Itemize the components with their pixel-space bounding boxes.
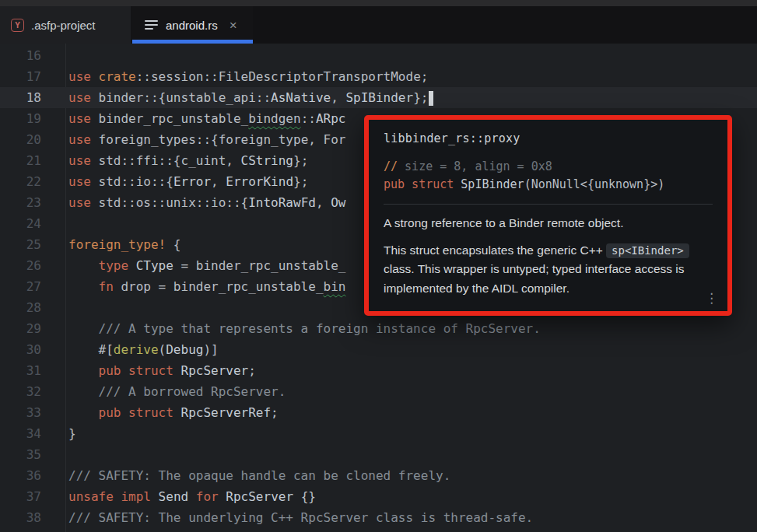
code-token: RpcServer [226, 489, 293, 504]
code-token [454, 177, 461, 191]
code-line-32[interactable]: 32 /// A borrowed RpcServer. [0, 381, 757, 402]
window-titlebar [0, 0, 757, 6]
text-cursor [429, 91, 433, 106]
code-token: CType [136, 258, 173, 273]
code-line-36[interactable]: 36/// SAFETY: The opaque handle can be c… [0, 465, 757, 486]
line-content: /// SAFETY: The opaque handle can be clo… [65, 465, 450, 486]
code-token: /// A borrowed RpcServer. [68, 384, 286, 399]
tab-bar: Y .asfp-project android.rs × [0, 6, 757, 44]
code-token: SpIBinder [461, 177, 524, 191]
code-line-18[interactable]: 18use binder::{unstable_api::AsNative, S… [0, 87, 757, 108]
line-content: use foreign_types::{foreign_type, For [65, 129, 345, 150]
doc-summary: A strong reference to a Binder remote ob… [384, 214, 713, 233]
code-token: #[ [68, 342, 114, 357]
line-number: 19 [0, 108, 65, 129]
doc-popup: libbinder_rs::proxy // size = 8, align =… [364, 115, 732, 316]
doc-description-text: This struct encapsulates the generic C++ [384, 243, 606, 257]
code-token: )] [203, 342, 218, 357]
code-token: use [68, 111, 91, 126]
doc-popup-divider [384, 204, 713, 205]
line-content: unsafe impl Send for RpcServer {} [65, 486, 316, 507]
code-token: (NonNull<{unknown}>) [524, 177, 665, 191]
code-token: }; [293, 153, 308, 168]
line-number: 35 [0, 444, 65, 465]
code-token: IntoRawFd [248, 195, 316, 210]
code-token: }; [293, 174, 308, 189]
code-line-16[interactable]: 16 [0, 45, 757, 66]
code-token: SpIBinder [345, 90, 413, 105]
code-token: Debug [166, 342, 203, 357]
tab-asfp-project[interactable]: Y .asfp-project [0, 6, 131, 44]
code-token: = binder_rpc_unstable_ [173, 258, 346, 273]
code-token: bindgen [248, 111, 300, 126]
line-content: fn drop = binder_rpc_unstable_bin [65, 276, 345, 297]
code-line-30[interactable]: 30 #[derive(Debug)] [0, 339, 757, 360]
line-number: 17 [0, 66, 65, 87]
code-token: use [68, 195, 91, 210]
code-token: std::io::{ [91, 174, 173, 189]
line-number: 29 [0, 318, 65, 339]
line-number: 36 [0, 465, 65, 486]
line-content: pub struct RpcServer; [65, 360, 256, 381]
line-number: 16 [0, 45, 65, 66]
line-number: 33 [0, 402, 65, 423]
more-actions-icon[interactable]: ⋮ [705, 290, 718, 306]
line-content: } [65, 423, 76, 444]
line-number: 37 [0, 486, 65, 507]
code-token [68, 363, 99, 378]
code-token: ::session::FileDescriptorTransportMode; [136, 69, 429, 84]
tab-android-rs[interactable]: android.rs × [131, 6, 253, 44]
code-token: use [68, 132, 91, 147]
code-token [173, 363, 181, 378]
close-tab-icon[interactable]: × [230, 19, 237, 32]
line-content: use std::io::{Error, ErrorKind}; [65, 171, 308, 192]
code-line-29[interactable]: 29 /// A type that represents a foreign … [0, 318, 757, 339]
code-token: } [68, 426, 76, 441]
doc-popup-signature: // size = 8, align = 0x8 pub struct SpIB… [384, 158, 713, 194]
code-token: type [99, 258, 129, 273]
line-content: /// A type that represents a foreign ins… [65, 318, 541, 339]
line-number: 25 [0, 234, 65, 255]
code-token: CString [241, 153, 293, 168]
code-token: ; [271, 405, 279, 420]
code-token [128, 258, 136, 273]
line-number: 32 [0, 381, 65, 402]
code-token [173, 405, 181, 420]
line-content: type CType = binder_rpc_unstable_ [65, 255, 345, 276]
code-line-38[interactable]: 38/// SAFETY: The underlying C++ RpcServ… [0, 507, 757, 528]
tab-android-rs-label: android.rs [166, 19, 218, 32]
code-token: binder_rpc_unstable_ [91, 111, 248, 126]
code-token: std::os::unix::io::{ [91, 195, 248, 210]
code-token [68, 258, 99, 273]
code-token: , [211, 174, 226, 189]
line-content [65, 213, 68, 234]
code-token: binder::{unstable_api:: [91, 90, 271, 105]
code-token: // [384, 159, 398, 173]
line-content: use crate::session::FileDescriptorTransp… [65, 66, 428, 87]
code-line-33[interactable]: 33 pub struct RpcServerRef; [0, 402, 757, 423]
code-token: crate [99, 69, 136, 84]
code-token: {} [293, 489, 316, 504]
doc-popup-module-path: libbinder_rs::proxy [384, 131, 713, 145]
code-token: RpcServerRef [181, 405, 272, 420]
code-line-31[interactable]: 31 pub struct RpcServer; [0, 360, 757, 381]
code-line-34[interactable]: 34} [0, 423, 757, 444]
line-number: 30 [0, 339, 65, 360]
line-number: 27 [0, 276, 65, 297]
line-number: 18 [0, 87, 65, 108]
code-editor[interactable]: 1617use crate::session::FileDescriptorTr… [0, 44, 757, 532]
code-line-17[interactable]: 17use crate::session::FileDescriptorTran… [0, 66, 757, 87]
code-token: bin [324, 279, 346, 294]
code-token: foreign_types::{foreign_type, For [91, 132, 346, 147]
code-token: RpcServer [181, 363, 249, 378]
code-line-37[interactable]: 37unsafe impl Send for RpcServer {} [0, 486, 757, 507]
code-token: use [68, 174, 91, 189]
line-content: use binder_rpc_unstable_bindgen::ARpc [65, 108, 345, 129]
line-number: 26 [0, 255, 65, 276]
code-line-35[interactable]: 35 [0, 444, 757, 465]
doc-description-text-2: class. This wrapper is untyped; typed in… [384, 262, 685, 295]
code-token: , [331, 90, 345, 105]
code-token [91, 69, 99, 84]
code-token: { [166, 237, 180, 252]
line-content: pub struct RpcServerRef; [65, 402, 279, 423]
